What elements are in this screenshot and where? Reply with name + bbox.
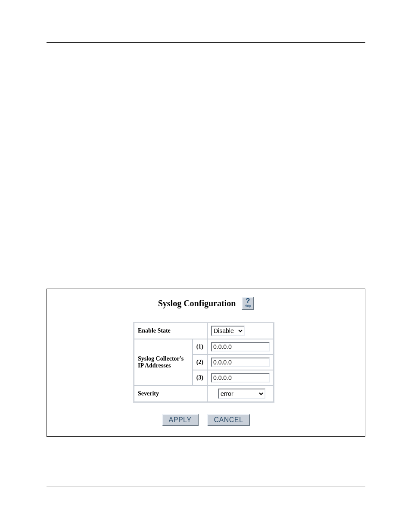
config-form: Enable State Disable Syslog Collector's … xyxy=(133,322,274,403)
cancel-button[interactable]: CANCEL xyxy=(207,414,250,426)
enable-state-label: Enable State xyxy=(134,323,207,339)
button-row: APPLY CANCEL xyxy=(47,414,365,426)
help-icon: ? xyxy=(243,298,253,304)
syslog-config-panel: Syslog Configuration ? Help Enable State… xyxy=(47,289,365,437)
help-label: Help xyxy=(243,304,253,307)
collector-ip-2[interactable] xyxy=(211,358,270,367)
hr-bottom xyxy=(47,486,365,486)
collectors-label: Syslog Collector's IP Addresses xyxy=(134,339,193,386)
panel-title: Syslog Configuration xyxy=(158,299,236,308)
collector-idx-1: (1) xyxy=(193,339,207,355)
enable-state-select[interactable]: Disable xyxy=(211,326,245,336)
severity-label: Severity xyxy=(134,386,207,402)
hr-top xyxy=(47,42,365,43)
collector-idx-3: (3) xyxy=(193,370,207,386)
help-button[interactable]: ? Help xyxy=(242,297,254,310)
apply-button[interactable]: APPLY xyxy=(162,414,199,426)
panel-title-row: Syslog Configuration ? Help xyxy=(47,297,365,310)
severity-select[interactable]: error xyxy=(218,389,265,399)
collector-ip-3[interactable] xyxy=(211,373,270,383)
collector-idx-2: (2) xyxy=(193,355,207,370)
collector-ip-1[interactable] xyxy=(211,342,270,352)
